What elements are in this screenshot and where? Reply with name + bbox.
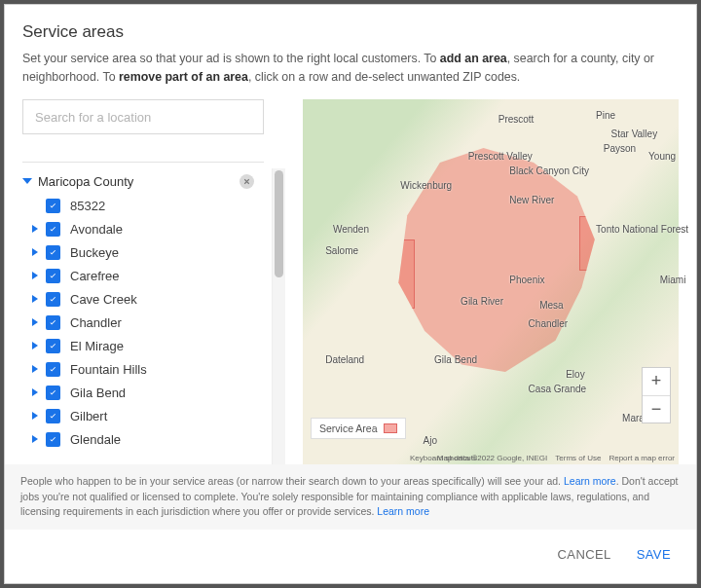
subtitle-bold-remove: remove part of an area (119, 70, 248, 84)
tree-item-label: Buckeye (70, 245, 119, 260)
tree-item-row[interactable]: Glendale (22, 427, 268, 451)
save-button[interactable]: SAVE (633, 541, 675, 568)
map-city-label: Gila River (461, 296, 503, 307)
cancel-button[interactable]: CANCEL (554, 541, 615, 568)
terms-link[interactable]: Terms of Use (555, 454, 601, 462)
tree-item-row[interactable]: Chandler (22, 311, 268, 334)
attribution-text: Map data ©2022 Google, INEGI (437, 454, 548, 462)
chevron-right-icon[interactable] (32, 225, 38, 233)
tree-root-label: Maricopa County (38, 174, 133, 189)
page-title: Service areas (22, 22, 679, 42)
chevron-right-icon[interactable] (32, 295, 38, 303)
map-city-label: Young (648, 151, 676, 162)
checkbox-icon[interactable] (46, 315, 60, 330)
chevron-right-icon[interactable] (32, 318, 38, 326)
dialog-actions: CANCEL SAVE (5, 530, 696, 583)
tree-item-label: Avondale (70, 222, 123, 237)
chevron-right-icon[interactable] (32, 342, 38, 349)
chevron-right-icon[interactable] (32, 435, 38, 443)
map-city-label: Wenden (333, 224, 369, 235)
tree-item-label: Fountain Hills (70, 362, 147, 377)
tree-item-label: Gilbert (70, 409, 107, 423)
map-city-label: Wickenburg (400, 180, 452, 191)
checkbox-icon[interactable] (46, 362, 60, 377)
footer-text: People who happen to be in your service … (20, 475, 564, 487)
map-city-label: Salome (325, 245, 358, 256)
chevron-right-icon[interactable] (32, 388, 38, 396)
map-panel: PrescottPrescott ValleyPaysonPineStar Va… (303, 99, 679, 464)
zoom-control: + − (642, 367, 671, 423)
map-city-label: Tonto National Forest (596, 224, 688, 235)
map-attribution: Map data ©2022 Google, INEGI Terms of Us… (437, 454, 675, 462)
subtitle-text: , click on a row and de-select unwanted … (248, 70, 520, 84)
map-legend: Service Area (311, 418, 406, 439)
zoom-out-button[interactable]: − (643, 395, 670, 423)
checkbox-icon[interactable] (46, 409, 60, 423)
search-container (22, 99, 285, 134)
map-city-label: Dateland (325, 354, 364, 365)
clear-icon[interactable] (240, 174, 254, 189)
map-city-label: Eloy (566, 369, 584, 380)
chevron-right-icon[interactable] (32, 412, 38, 420)
map-city-label: Black Canyon City (509, 165, 589, 176)
checkbox-icon[interactable] (46, 245, 60, 260)
tree-item-row[interactable]: Gilbert (22, 404, 268, 427)
learn-more-link[interactable]: Learn more (564, 475, 616, 487)
tree-item-label: Gila Bend (70, 386, 126, 400)
tree-item-label: Carefree (70, 269, 120, 283)
tree-item-label: Cave Creek (70, 292, 137, 307)
map-city-label: Payson (604, 143, 636, 154)
search-input[interactable] (22, 99, 264, 134)
scrollbar-track[interactable] (272, 168, 285, 464)
checkbox-icon[interactable] (46, 222, 60, 237)
chevron-right-icon[interactable] (32, 248, 38, 256)
tree-item-label: Glendale (70, 432, 121, 447)
learn-more-link[interactable]: Learn more (377, 505, 429, 517)
chevron-right-icon[interactable] (32, 365, 38, 373)
scrollbar-thumb[interactable] (275, 170, 283, 277)
disclaimer-footer: People who happen to be in your service … (5, 464, 696, 530)
checkbox-icon[interactable] (46, 339, 60, 353)
tree-item-row[interactable]: Gila Bend (22, 381, 268, 404)
map[interactable]: PrescottPrescott ValleyPaysonPineStar Va… (303, 99, 679, 464)
tree-item-label: 85322 (70, 199, 105, 213)
checkbox-icon[interactable] (46, 292, 60, 307)
tree-root-row[interactable]: Maricopa County (22, 168, 268, 194)
tree-item-row[interactable]: Fountain Hills (22, 357, 268, 381)
tree-item-label: Chandler (70, 315, 122, 330)
chevron-down-icon[interactable] (22, 178, 32, 184)
map-city-label: Phoenix (509, 275, 544, 285)
map-city-label: Prescott (498, 114, 535, 125)
map-city-label: Pine (596, 110, 615, 121)
tree-item-row[interactable]: Avondale (22, 217, 268, 240)
tree-item-row[interactable]: 85322 (22, 194, 268, 217)
tree-item-row[interactable]: Carefree (22, 264, 268, 287)
tree-item-row[interactable]: Buckeye (22, 240, 268, 264)
divider (22, 162, 264, 163)
map-city-label: Miami (660, 275, 686, 285)
checkbox-icon[interactable] (46, 432, 60, 447)
chevron-right-icon[interactable] (32, 272, 38, 279)
tree-item-row[interactable]: Cave Creek (22, 287, 268, 311)
checkbox-icon[interactable] (46, 269, 60, 283)
subtitle: Set your service area so that your ad is… (22, 50, 679, 86)
map-city-label: Gila Bend (434, 354, 477, 365)
dialog-header: Service areas Set your service area so t… (5, 5, 696, 99)
map-city-label: New River (509, 195, 554, 205)
zoom-in-button[interactable]: + (643, 368, 670, 395)
map-city-label: Ajo (424, 435, 437, 446)
location-tree: Maricopa County85322AvondaleBuckeyeCaref… (22, 168, 272, 464)
subtitle-bold-add: add an area (440, 52, 507, 65)
checkbox-icon[interactable] (46, 386, 60, 400)
service-areas-dialog: Service areas Set your service area so t… (4, 4, 697, 584)
checkbox-icon[interactable] (46, 199, 60, 213)
left-panel: Maricopa County85322AvondaleBuckeyeCaref… (22, 99, 285, 464)
tree-item-row[interactable]: El Mirage (22, 334, 268, 357)
map-city-label: Mesa (539, 300, 563, 311)
report-link[interactable]: Report a map error (609, 454, 675, 462)
map-city-label: Star Valley (611, 129, 658, 139)
subtitle-text: Set your service area so that your ad is… (22, 52, 440, 65)
tree-item-label: El Mirage (70, 339, 124, 353)
map-city-label: Casa Grande (529, 384, 586, 394)
legend-label: Service Area (319, 423, 378, 434)
